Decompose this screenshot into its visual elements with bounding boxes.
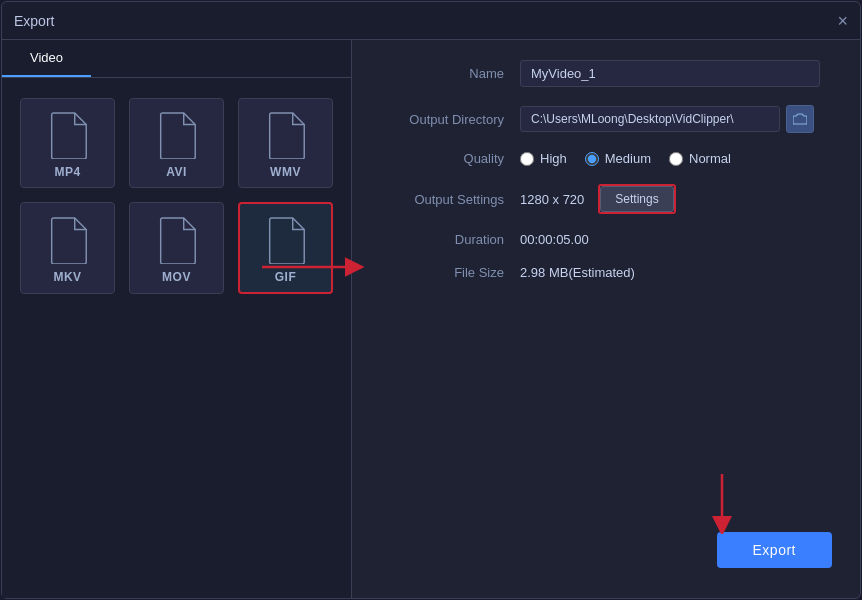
mp4-icon — [47, 111, 89, 159]
content-area: Video MP4 — [2, 40, 860, 598]
dir-row — [520, 105, 814, 133]
gif-label: GIF — [275, 270, 297, 284]
quality-options: High Medium Normal — [520, 151, 731, 166]
name-row: Name — [380, 60, 832, 87]
output-row: 1280 x 720 Settings — [520, 184, 676, 214]
gif-icon — [265, 216, 307, 264]
output-dir-row: Output Directory — [380, 105, 832, 133]
settings-button[interactable]: Settings — [600, 186, 673, 212]
duration-label: Duration — [380, 232, 520, 247]
name-label: Name — [380, 66, 520, 81]
export-dialog: Export × Video MP4 — [1, 1, 861, 599]
tab-video[interactable]: Video — [2, 40, 91, 77]
close-button[interactable]: × — [837, 12, 848, 30]
output-settings-label: Output Settings — [380, 192, 520, 207]
avi-icon — [156, 111, 198, 159]
title-bar: Export × — [2, 2, 860, 40]
duration-row: Duration 00:00:05.00 — [380, 232, 832, 247]
quality-normal-label: Normal — [689, 151, 731, 166]
left-panel: Video MP4 — [2, 40, 352, 598]
mp4-label: MP4 — [54, 165, 80, 179]
quality-high-label: High — [540, 151, 567, 166]
file-size-row: File Size 2.98 MB(Estimated) — [380, 265, 832, 280]
quality-medium-option[interactable]: Medium — [585, 151, 651, 166]
format-item-wmv[interactable]: WMV — [238, 98, 333, 188]
avi-label: AVI — [166, 165, 187, 179]
dir-input[interactable] — [520, 106, 780, 132]
export-button[interactable]: Export — [717, 532, 832, 568]
wmv-icon — [265, 111, 307, 159]
output-dir-label: Output Directory — [380, 112, 520, 127]
format-grid: MP4 AVI — [2, 78, 351, 314]
file-size-label: File Size — [380, 265, 520, 280]
quality-row: Quality High Medium Normal — [380, 151, 832, 166]
dir-browse-button[interactable] — [786, 105, 814, 133]
format-item-mkv[interactable]: MKV — [20, 202, 115, 294]
name-input[interactable] — [520, 60, 820, 87]
wmv-label: WMV — [270, 165, 301, 179]
spacer — [380, 298, 832, 532]
quality-high-option[interactable]: High — [520, 151, 567, 166]
quality-normal-radio[interactable] — [669, 152, 683, 166]
mkv-label: MKV — [53, 270, 81, 284]
dialog-title: Export — [14, 13, 54, 29]
down-arrow-annotation — [702, 474, 742, 534]
mkv-icon — [47, 216, 89, 264]
quality-medium-label: Medium — [605, 151, 651, 166]
right-panel: Name Output Directory Quality — [352, 40, 860, 598]
mov-label: MOV — [162, 270, 191, 284]
format-item-mov[interactable]: MOV — [129, 202, 224, 294]
quality-normal-option[interactable]: Normal — [669, 151, 731, 166]
output-settings-row: Output Settings 1280 x 720 Settings — [380, 184, 832, 214]
output-settings-value: 1280 x 720 — [520, 192, 584, 207]
quality-medium-radio[interactable] — [585, 152, 599, 166]
export-row: Export — [380, 532, 832, 578]
format-item-mp4[interactable]: MP4 — [20, 98, 115, 188]
settings-highlight: Settings — [598, 184, 675, 214]
format-item-gif[interactable]: GIF — [238, 202, 333, 294]
file-size-value: 2.98 MB(Estimated) — [520, 265, 635, 280]
format-item-avi[interactable]: AVI — [129, 98, 224, 188]
tab-bar: Video — [2, 40, 351, 78]
quality-label: Quality — [380, 151, 520, 166]
duration-value: 00:00:05.00 — [520, 232, 589, 247]
quality-high-radio[interactable] — [520, 152, 534, 166]
mov-icon — [156, 216, 198, 264]
